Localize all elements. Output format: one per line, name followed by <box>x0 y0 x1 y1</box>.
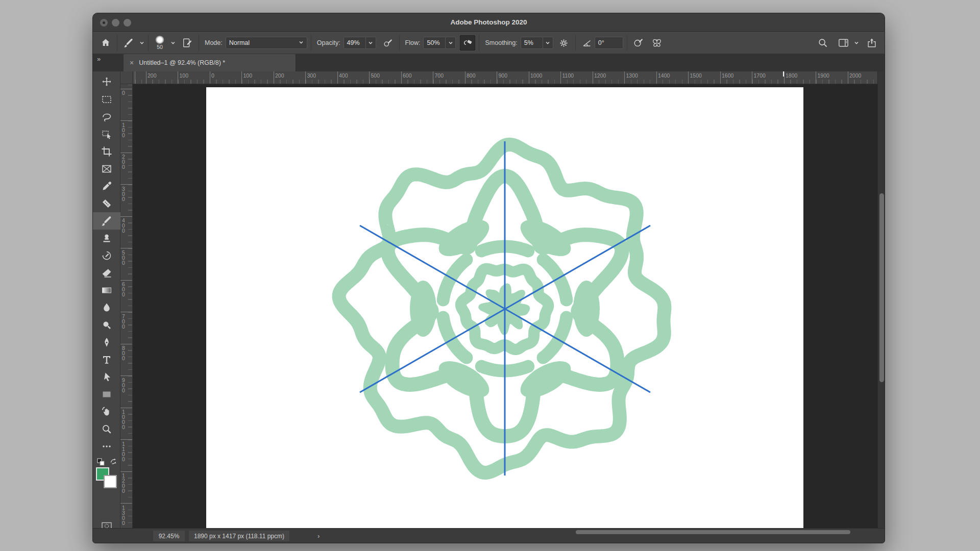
divider <box>117 35 117 51</box>
object-selection-tool[interactable] <box>93 126 120 143</box>
type-tool[interactable] <box>93 351 120 368</box>
share-image-button[interactable] <box>864 35 879 51</box>
background-color-swatch[interactable] <box>104 475 117 488</box>
chevron-down-icon[interactable] <box>139 38 144 47</box>
vertical-ruler[interactable]: 01 0 02 0 03 0 04 0 05 0 06 0 07 0 08 0 … <box>120 84 133 528</box>
flow-dropdown-button[interactable] <box>446 37 456 49</box>
document-canvas[interactable] <box>206 87 803 528</box>
divider <box>148 35 149 51</box>
vruler-label: 7 0 0 <box>122 314 125 329</box>
divider <box>399 35 400 51</box>
ruler-corner-box[interactable] <box>120 71 133 84</box>
move-tool[interactable] <box>93 73 120 91</box>
lasso-tool[interactable] <box>93 108 120 126</box>
blend-mode-value: Normal <box>229 39 296 46</box>
document-tab[interactable]: × Untitled–1 @ 92.4% (RGB/8) * <box>124 54 296 71</box>
path-selection-tool[interactable] <box>93 368 120 386</box>
divider <box>627 35 627 51</box>
airbrush-toggle-button[interactable] <box>460 35 475 51</box>
smoothing-input[interactable]: 5% <box>521 37 543 49</box>
eyedropper-tool[interactable] <box>93 178 120 195</box>
hruler-label: 100 <box>243 72 253 79</box>
brush-tip-thumbnail <box>155 36 164 44</box>
brush-preset-picker[interactable]: 50 <box>152 36 167 50</box>
pressure-opacity-toggle-button[interactable] <box>380 35 396 51</box>
paint-symmetry-butterfly-button[interactable] <box>649 35 665 51</box>
spot-healing-brush-tool[interactable] <box>93 195 120 212</box>
default-colors-icon[interactable] <box>97 458 105 468</box>
blend-mode-dropdown[interactable]: Normal <box>226 37 307 49</box>
hruler-label: 700 <box>435 72 444 79</box>
vruler-label: 1 1 0 0 <box>122 441 125 462</box>
vruler-label: 1 0 0 0 <box>122 409 125 430</box>
dodge-tool[interactable] <box>93 316 120 334</box>
chevron-down-icon[interactable] <box>170 38 176 47</box>
vruler-label: 1 2 0 0 <box>122 473 125 493</box>
rectangular-marquee-tool[interactable] <box>93 91 120 108</box>
more-options-tool[interactable] <box>93 438 120 455</box>
smoothing-dropdown-button[interactable] <box>543 37 553 49</box>
search-icon[interactable] <box>815 35 830 51</box>
clone-stamp-tool[interactable] <box>93 230 120 247</box>
tools-panel <box>93 71 120 528</box>
flow-input[interactable]: 50% <box>423 37 446 49</box>
document-tab-bar: » × Untitled–1 @ 92.4% (RGB/8) * <box>93 54 885 71</box>
zoom-level-field[interactable]: 92.45% <box>153 531 185 541</box>
rectangular-marquee-icon <box>101 93 113 106</box>
hruler-label: 600 <box>403 72 412 79</box>
clone-stamp-icon <box>101 232 113 244</box>
vertical-scrollbar[interactable] <box>877 71 885 528</box>
path-selection-icon <box>101 371 113 383</box>
eraser-icon <box>101 267 113 279</box>
opacity-dropdown-button[interactable] <box>366 37 376 49</box>
pen-tool[interactable] <box>93 334 120 351</box>
brush-tool[interactable] <box>93 212 120 230</box>
brush-size-value: 50 <box>157 44 163 50</box>
vertical-scrollbar-thumb[interactable] <box>879 193 884 382</box>
gradient-tool[interactable] <box>93 282 120 299</box>
hruler-label: 1200 <box>594 72 606 79</box>
hruler-label: 2000 <box>849 72 861 79</box>
opacity-input[interactable]: 49% <box>344 37 366 49</box>
brush-tool-preset-button[interactable] <box>121 35 136 51</box>
photoshop-window: Adobe Photoshop 2020 50 Mode: Normal Opa… <box>92 13 885 543</box>
horizontal-scrollbar-thumb[interactable] <box>576 530 850 534</box>
zoom-tool[interactable] <box>93 420 120 438</box>
smoothing-options-gear-icon[interactable] <box>556 35 572 51</box>
divider <box>575 35 576 51</box>
close-tab-icon[interactable]: × <box>130 59 134 67</box>
hruler-label: 1700 <box>754 72 766 79</box>
toggle-brush-settings-panel-button[interactable] <box>180 35 195 51</box>
zoom-icon <box>101 423 113 435</box>
frame-icon <box>101 163 113 175</box>
workspace-switcher-button[interactable] <box>836 35 851 51</box>
hruler-label: 0 <box>211 72 214 79</box>
status-options-chevron[interactable]: › <box>317 531 320 541</box>
horizontal-ruler[interactable]: 2001000100200300400500600700800900100011… <box>133 71 877 84</box>
mandala-artwork <box>206 87 803 528</box>
history-brush-tool[interactable] <box>93 247 120 264</box>
chevron-down-icon[interactable] <box>854 38 859 47</box>
more-options-icon <box>101 440 113 453</box>
pressure-size-toggle-button[interactable] <box>631 35 646 51</box>
crop-tool[interactable] <box>93 143 120 160</box>
canvas-viewport[interactable] <box>133 84 877 528</box>
home-button[interactable] <box>98 35 113 51</box>
move-icon <box>101 76 113 88</box>
eraser-tool[interactable] <box>93 264 120 282</box>
swap-colors-icon[interactable] <box>109 457 117 467</box>
toolbar-collapse-button[interactable]: » <box>97 55 100 63</box>
window-title: Adobe Photoshop 2020 <box>93 13 885 32</box>
hruler-label: 1100 <box>562 72 574 79</box>
zoom-level-value: 92.45% <box>159 533 180 540</box>
hand-tool[interactable] <box>93 403 120 420</box>
hruler-label: 400 <box>339 72 348 79</box>
title-bar[interactable]: Adobe Photoshop 2020 <box>93 13 885 32</box>
hruler-label: 1900 <box>818 72 829 79</box>
brush-angle-input[interactable]: 0° <box>595 37 623 49</box>
dodge-icon <box>101 319 113 331</box>
document-info-field: 1890 px x 1417 px (118.11 ppcm) <box>189 531 289 541</box>
blur-tool[interactable] <box>93 299 120 316</box>
rectangle-tool[interactable] <box>93 386 120 403</box>
frame-tool[interactable] <box>93 160 120 178</box>
